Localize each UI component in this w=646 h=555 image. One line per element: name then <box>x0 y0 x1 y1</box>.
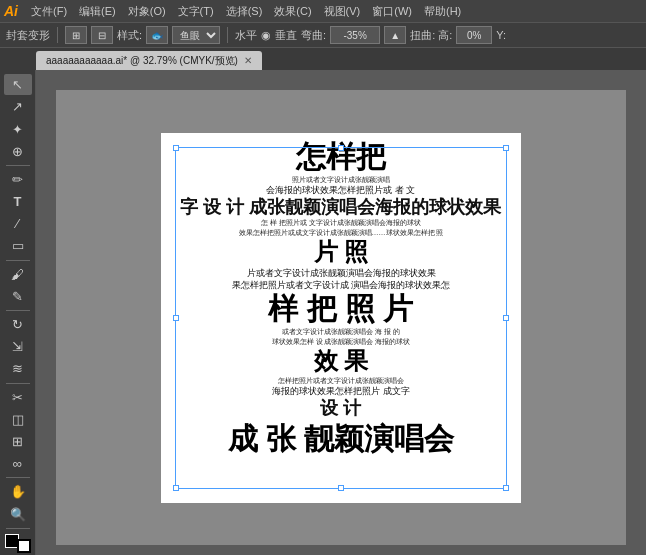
tab-filename: aaaaaaaaaaaa.ai* @ 32.79% (CMYK/预览) <box>46 54 238 68</box>
hand-tool[interactable]: 🔍 <box>4 504 32 525</box>
text-line-16: 设 计 <box>167 398 515 420</box>
type-tool[interactable]: T <box>4 191 32 212</box>
v-label: ◉ <box>261 29 271 42</box>
tool-separator-5 <box>6 477 30 478</box>
text-line-10: 样 把 照 片 <box>167 291 515 327</box>
tool-separator-6 <box>6 528 30 529</box>
menu-object[interactable]: 对象(O) <box>123 3 171 20</box>
menu-file[interactable]: 文件(F) <box>26 3 72 20</box>
text-line-6: 效果怎样把照片或成文字设计成张靓颖演唱……球状效果怎样把 照 <box>167 229 515 237</box>
tab-close-button[interactable]: ✕ <box>244 55 252 66</box>
distort-input[interactable] <box>456 26 492 44</box>
bend-input[interactable] <box>330 26 380 44</box>
distort-label: 扭曲: 高: <box>410 28 452 43</box>
text-line-5: 怎 样 把照片或 文字设计成张靓颖演唱会海报的球状 <box>167 219 515 227</box>
text-line-7: 片 照 <box>167 238 515 267</box>
toolbar-separator-2 <box>227 27 228 43</box>
text-line-14: 怎样把照片或者文字设计成张靓颖演唱会 <box>167 377 515 385</box>
h-label: 水平 <box>235 28 257 43</box>
tool-separator-4 <box>6 383 30 384</box>
v-text: 垂直 <box>275 28 297 43</box>
menu-text[interactable]: 文字(T) <box>173 3 219 20</box>
text-line-3: 会海报的球状效果怎样把照片或 者 文 <box>167 185 515 196</box>
pencil-tool[interactable]: ✎ <box>4 286 32 307</box>
left-toolbar: ↖ ↗ ✦ ⊕ ✏ T ∕ ▭ 🖌 ✎ ↻ ⇲ ≋ ✂ ◫ ⊞ ∞ ✋ 🔍 <box>0 70 36 555</box>
menu-effect[interactable]: 效果(C) <box>269 3 316 20</box>
warp-tool[interactable]: ≋ <box>4 358 32 379</box>
scissors-tool[interactable]: ✂ <box>4 387 32 408</box>
text-line-9: 果怎样把照片或者文字设计成 演唱会海报的球状效果怎 <box>167 280 515 291</box>
text-line-12: 球状效果怎样 设 成张靓颖演唱会 海报的球状 <box>167 338 515 346</box>
text-line-17: 成 张 靓颖演唱会 <box>167 421 515 457</box>
pen-tool[interactable]: ✏ <box>4 169 32 190</box>
gradient-tool[interactable]: ◫ <box>4 409 32 430</box>
menu-window[interactable]: 窗口(W) <box>367 3 417 20</box>
rectangle-tool[interactable]: ▭ <box>4 235 32 256</box>
canvas-background: 怎样把 照片或者文字设计成张靓颖演唱 会海报的球状效果怎样把照片或 者 文 字 … <box>56 90 626 545</box>
lasso-tool[interactable]: ⊕ <box>4 141 32 162</box>
toolbar-separator-1 <box>57 27 58 43</box>
style-label: 样式: <box>117 28 142 43</box>
canvas-area: 怎样把 照片或者文字设计成张靓颖演唱 会海报的球状效果怎样把照片或 者 文 字 … <box>36 70 646 555</box>
tool-separator-2 <box>6 260 30 261</box>
paintbrush-tool[interactable]: 🖌 <box>4 264 32 285</box>
blend-tool[interactable]: ∞ <box>4 453 32 474</box>
tab-bar: aaaaaaaaaaaa.ai* @ 32.79% (CMYK/预览) ✕ <box>0 48 646 70</box>
main-area: ↖ ↗ ✦ ⊕ ✏ T ∕ ▭ 🖌 ✎ ↻ ⇲ ≋ ✂ ◫ ⊞ ∞ ✋ 🔍 <box>0 70 646 555</box>
toolbar-icon-1[interactable]: ⊞ <box>65 26 87 44</box>
scale-tool[interactable]: ⇲ <box>4 336 32 357</box>
tool-separator-1 <box>6 165 30 166</box>
toolbar-icon-2[interactable]: ⊟ <box>91 26 113 44</box>
text-line-2: 照片或者文字设计成张靓颖演唱 <box>167 176 515 184</box>
magic-wand-tool[interactable]: ✦ <box>4 118 32 139</box>
tool-separator-3 <box>6 310 30 311</box>
text-line-13: 效 果 <box>167 347 515 376</box>
toolbar-title: 封套变形 <box>6 28 50 43</box>
style-icon[interactable]: 🐟 <box>146 26 168 44</box>
text-content: 怎样把 照片或者文字设计成张靓颖演唱 会海报的球状效果怎样把照片或 者 文 字 … <box>161 133 521 503</box>
menu-select[interactable]: 选择(S) <box>221 3 268 20</box>
selection-tool[interactable]: ↖ <box>4 74 32 95</box>
direct-selection-tool[interactable]: ↗ <box>4 96 32 117</box>
rotate-tool[interactable]: ↻ <box>4 314 32 335</box>
fill-stroke-indicator[interactable] <box>5 534 31 553</box>
line-tool[interactable]: ∕ <box>4 213 32 234</box>
mesh-tool[interactable]: ⊞ <box>4 431 32 452</box>
text-line-4: 字 设 计 成张靓颖演唱会海报的球状效果 <box>167 197 515 219</box>
menu-help[interactable]: 帮助(H) <box>419 3 466 20</box>
text-line-11: 或者文字设计成张靓颖演唱会 海 报 的 <box>167 328 515 336</box>
app-logo: Ai <box>4 3 18 19</box>
menu-edit[interactable]: 编辑(E) <box>74 3 121 20</box>
artboard: 怎样把 照片或者文字设计成张靓颖演唱 会海报的球状效果怎样把照片或 者 文 字 … <box>161 133 521 503</box>
envelope-toolbar: 封套变形 ⊞ ⊟ 样式: 🐟 鱼眼 膨胀 挤压 水平 ◉ 垂直 弯曲: ▲ 扭曲… <box>0 22 646 48</box>
text-line-1: 怎样把 <box>167 139 515 175</box>
eyedropper-tool[interactable]: ✋ <box>4 481 32 502</box>
menu-bar: Ai 文件(F) 编辑(E) 对象(O) 文字(T) 选择(S) 效果(C) 视… <box>0 0 646 22</box>
bend-increment[interactable]: ▲ <box>384 26 406 44</box>
style-select[interactable]: 鱼眼 膨胀 挤压 <box>172 26 220 44</box>
text-line-8: 片或者文字设计成张靓颖演唱会海报的球状效果 <box>167 268 515 279</box>
menu-view[interactable]: 视图(V) <box>319 3 366 20</box>
bend-label: 弯曲: <box>301 28 326 43</box>
text-line-15: 海报的球状效果怎样把照片 成文字 <box>167 386 515 397</box>
distort-y-label: Y: <box>496 29 506 41</box>
document-tab[interactable]: aaaaaaaaaaaa.ai* @ 32.79% (CMYK/预览) ✕ <box>36 51 262 70</box>
